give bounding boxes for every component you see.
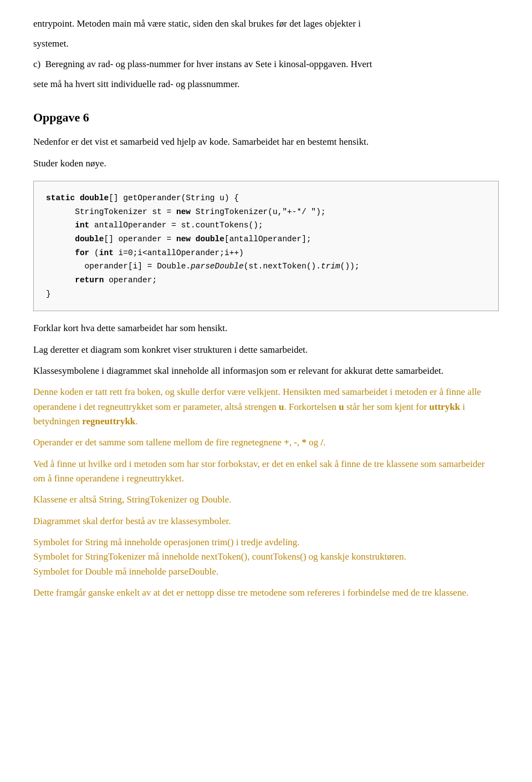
code-block: static double[] getOperander(String u) {… bbox=[33, 181, 499, 311]
yellow-para-5: Diagrammet skal derfor bestå av tre klas… bbox=[33, 514, 499, 529]
yellow-para-7: Dette framgår ganske enkelt av at det er… bbox=[33, 586, 499, 600]
intro-line4: sete må ha hvert sitt individuelle rad- … bbox=[33, 77, 499, 92]
explain-p1: Forklar kort hva dette samarbeidet har s… bbox=[33, 321, 499, 336]
yellow-para-1: Denne koden er tatt rett fra boken, og s… bbox=[33, 385, 499, 429]
section-para1: Nedenfor er det vist et samarbeid ved hj… bbox=[33, 135, 499, 149]
yellow-para-2: Operander er det samme som tallene mello… bbox=[33, 435, 499, 450]
yellow-para-4: Klassene er altså String, StringTokenize… bbox=[33, 492, 499, 507]
explain-p2: Lag deretter et diagram som konkret vise… bbox=[33, 343, 499, 357]
intro-section: entrypoint. Metoden main må være static,… bbox=[33, 17, 499, 92]
section-title: Oppgave 6 bbox=[33, 108, 499, 127]
intro-line2: systemet. bbox=[33, 37, 499, 51]
yellow-para-3: Ved å finne ut hvilke ord i metoden som … bbox=[33, 457, 499, 486]
yellow-para-6: Symbolet for String må inneholde operasj… bbox=[33, 535, 499, 579]
explain-p3: Klassesymbolene i diagrammet skal inneho… bbox=[33, 364, 499, 378]
intro-line1: entrypoint. Metoden main må være static,… bbox=[33, 17, 499, 31]
section-para2: Studer koden nøye. bbox=[33, 156, 499, 171]
intro-line3: c) Beregning av rad- og plass-nummer for… bbox=[33, 57, 499, 72]
